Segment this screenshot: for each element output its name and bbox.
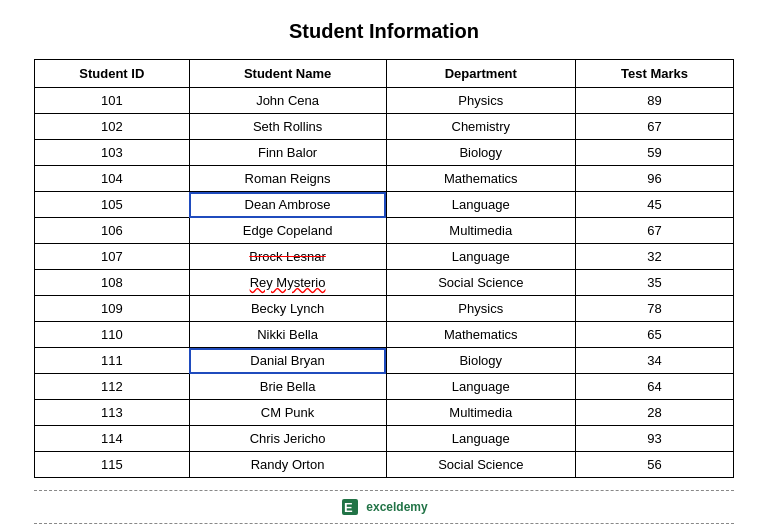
footer-brand-row: E exceldemy [340,497,427,517]
cell-department: Multimedia [386,218,575,244]
cell-test-marks: 32 [575,244,733,270]
col-header-name: Student Name [189,60,386,88]
table-row: 103Finn BalorBiology59 [35,140,734,166]
cell-student-name: Randy Orton [189,452,386,478]
table-row: 112Brie BellaLanguage64 [35,374,734,400]
cell-student-id: 110 [35,322,190,348]
col-header-marks: Test Marks [575,60,733,88]
cell-department: Multimedia [386,400,575,426]
cell-department: Biology [386,140,575,166]
table-row: 104Roman ReignsMathematics96 [35,166,734,192]
cell-student-name: Danial Bryan [189,348,386,374]
cell-student-name: Brock Lesnar [189,244,386,270]
cell-department: Language [386,426,575,452]
cell-student-id: 102 [35,114,190,140]
cell-test-marks: 65 [575,322,733,348]
cell-student-name: Rey Mysterio [189,270,386,296]
cell-student-id: 111 [35,348,190,374]
cell-department: Mathematics [386,322,575,348]
cell-test-marks: 67 [575,218,733,244]
col-header-id: Student ID [35,60,190,88]
cell-test-marks: 93 [575,426,733,452]
col-header-dept: Department [386,60,575,88]
table-row: 107Brock LesnarLanguage32 [35,244,734,270]
table-row: 110Nikki BellaMathematics65 [35,322,734,348]
table-row: 105Dean AmbroseLanguage45 [35,192,734,218]
cell-student-name: CM Punk [189,400,386,426]
cell-test-marks: 64 [575,374,733,400]
cell-department: Chemistry [386,114,575,140]
table-row: 108Rey MysterioSocial Science35 [35,270,734,296]
cell-department: Language [386,244,575,270]
cell-student-name: Nikki Bella [189,322,386,348]
cell-test-marks: 28 [575,400,733,426]
cell-test-marks: 45 [575,192,733,218]
footer-area: E exceldemy End of the Table [34,486,734,525]
cell-student-id: 104 [35,166,190,192]
student-table: Student ID Student Name Department Test … [34,59,734,478]
cell-student-name: Finn Balor [189,140,386,166]
table-row: 113CM PunkMultimedia28 [35,400,734,426]
cell-student-name: Roman Reigns [189,166,386,192]
cell-student-id: 112 [35,374,190,400]
svg-text:E: E [344,500,353,515]
cell-student-id: 108 [35,270,190,296]
cell-department: Social Science [386,452,575,478]
cell-department: Mathematics [386,166,575,192]
cell-test-marks: 96 [575,166,733,192]
cell-student-name: Brie Bella [189,374,386,400]
cell-test-marks: 89 [575,88,733,114]
cell-student-id: 109 [35,296,190,322]
cell-student-id: 106 [35,218,190,244]
cell-student-id: 105 [35,192,190,218]
cell-student-id: 101 [35,88,190,114]
cell-student-id: 114 [35,426,190,452]
cell-department: Language [386,192,575,218]
cell-test-marks: 59 [575,140,733,166]
cell-student-name: John Cena [189,88,386,114]
cell-department: Social Science [386,270,575,296]
table-row: 106Edge CopelandMultimedia67 [35,218,734,244]
cell-test-marks: 78 [575,296,733,322]
page-title: Student Information [289,20,479,43]
cell-department: Physics [386,296,575,322]
cell-student-name: Seth Rollins [189,114,386,140]
cell-test-marks: 35 [575,270,733,296]
cell-department: Language [386,374,575,400]
dashed-divider-bottom [34,523,734,524]
cell-test-marks: 56 [575,452,733,478]
cell-department: Physics [386,88,575,114]
table-row: 111Danial BryanBiology34 [35,348,734,374]
dashed-divider-top [34,490,734,491]
cell-student-id: 113 [35,400,190,426]
cell-student-name: Becky Lynch [189,296,386,322]
cell-department: Biology [386,348,575,374]
table-row: 115Randy OrtonSocial Science56 [35,452,734,478]
cell-student-name: Edge Copeland [189,218,386,244]
table-row: 102Seth RollinsChemistry67 [35,114,734,140]
cell-test-marks: 67 [575,114,733,140]
cell-test-marks: 34 [575,348,733,374]
cell-student-name: Dean Ambrose [189,192,386,218]
table-row: 101John CenaPhysics89 [35,88,734,114]
table-row: 109Becky LynchPhysics78 [35,296,734,322]
cell-student-name: Chris Jericho [189,426,386,452]
cell-student-id: 115 [35,452,190,478]
excel-logo-icon: E [340,497,360,517]
brand-label: exceldemy [366,500,427,514]
cell-student-id: 103 [35,140,190,166]
table-row: 114Chris JerichoLanguage93 [35,426,734,452]
cell-student-id: 107 [35,244,190,270]
table-header-row: Student ID Student Name Department Test … [35,60,734,88]
